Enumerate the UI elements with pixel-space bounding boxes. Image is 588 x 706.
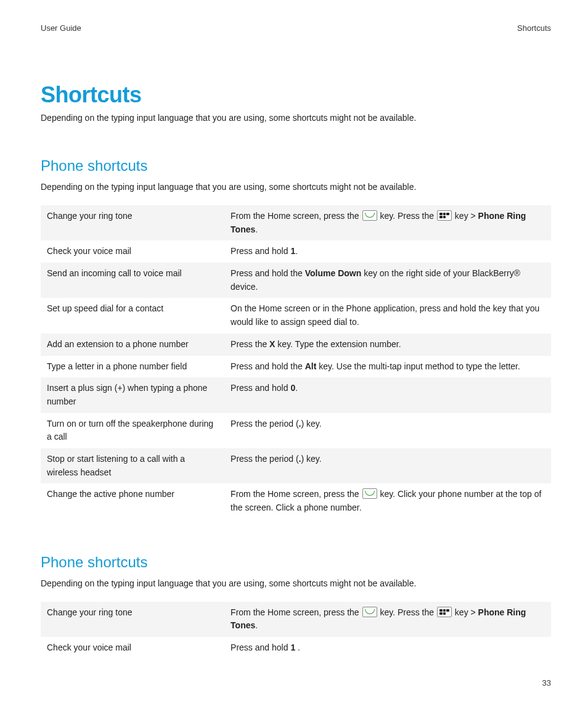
shortcut-description: From the Home screen, press the key. Pre…: [224, 602, 551, 637]
shortcut-action: Change your ring tone: [41, 602, 224, 637]
bold-text: 1: [290, 642, 295, 652]
bold-text: 0: [290, 383, 295, 393]
shortcut-description: Press the period (.) key.: [224, 448, 551, 483]
bold-text: X: [269, 339, 275, 349]
shortcut-action: Type a letter in a phone number field: [41, 356, 224, 378]
table-row: Add an extension to a phone numberPress …: [41, 334, 551, 356]
shortcut-description: Press and hold 0.: [224, 377, 551, 413]
section-intro: Depending on the typing input language t…: [41, 182, 551, 192]
section-intro: Depending on the typing input language t…: [41, 578, 551, 588]
table-row: Check your voice mailPress and hold 1.: [41, 240, 551, 263]
bold-text: Phone Ring Tones: [231, 211, 526, 234]
shortcut-action: Check your voice mail: [41, 240, 224, 263]
page-number: 33: [542, 678, 551, 688]
table-row: Type a letter in a phone number fieldPre…: [41, 356, 551, 378]
shortcut-action: Insert a plus sign (+) when typing a pho…: [41, 377, 224, 413]
bold-text: .: [299, 454, 301, 464]
menu-key-icon: [437, 607, 452, 617]
call-key-icon: [362, 210, 377, 221]
shortcut-action: Stop or start listening to a call with a…: [41, 448, 224, 483]
shortcut-action: Turn on or turn off the speakerphone dur…: [41, 413, 224, 448]
document-page: User Guide Shortcuts Shortcuts Depending…: [0, 0, 588, 706]
shortcut-action: Change your ring tone: [41, 205, 224, 240]
shortcut-action: Check your voice mail: [41, 637, 224, 659]
table-row: Send an incoming call to voice mailPress…: [41, 263, 551, 298]
shortcut-description: Press and hold 1.: [224, 240, 551, 263]
section-heading: Phone shortcuts: [41, 157, 551, 174]
shortcut-description: Press the X key. Type the extension numb…: [224, 334, 551, 356]
bold-text: Alt: [305, 361, 317, 371]
table-row: Change the active phone numberFrom the H…: [41, 483, 551, 519]
shortcut-description: On the Home screen or in the Phone appli…: [224, 298, 551, 333]
header-right: Shortcuts: [517, 23, 551, 33]
table-row: Change your ring toneFrom the Home scree…: [41, 602, 551, 637]
menu-key-icon: [437, 210, 452, 221]
bold-text: Volume Down: [305, 268, 362, 278]
shortcut-action: Change the active phone number: [41, 483, 224, 519]
shortcut-description: From the Home screen, press the key. Pre…: [224, 205, 551, 240]
table-row: Stop or start listening to a call with a…: [41, 448, 551, 483]
shortcut-description: From the Home screen, press the key. Cli…: [224, 483, 551, 519]
table-row: Insert a plus sign (+) when typing a pho…: [41, 377, 551, 413]
shortcut-description: Press and hold the Volume Down key on th…: [224, 263, 551, 298]
shortcut-action: Set up speed dial for a contact: [41, 298, 224, 333]
shortcuts-table: Change your ring toneFrom the Home scree…: [41, 602, 551, 659]
call-key-icon: [362, 607, 377, 617]
table-row: Check your voice mailPress and hold 1 .: [41, 637, 551, 659]
shortcut-description: Press and hold 1 .: [224, 637, 551, 659]
bold-text: 1: [290, 246, 295, 256]
shortcut-action: Send an incoming call to voice mail: [41, 263, 224, 298]
shortcut-action: Add an extension to a phone number: [41, 334, 224, 356]
shortcuts-table: Change your ring toneFrom the Home scree…: [41, 205, 551, 519]
table-row: Change your ring toneFrom the Home scree…: [41, 205, 551, 240]
page-intro: Depending on the typing input language t…: [41, 113, 551, 123]
table-row: Turn on or turn off the speakerphone dur…: [41, 413, 551, 448]
table-row: Set up speed dial for a contactOn the Ho…: [41, 298, 551, 333]
bold-text: Phone Ring Tones: [231, 607, 526, 631]
shortcut-description: Press the period (.) key.: [224, 413, 551, 448]
bold-text: .: [299, 419, 301, 429]
page-header: User Guide Shortcuts: [41, 23, 551, 33]
header-left: User Guide: [41, 23, 81, 33]
call-key-icon: [362, 488, 377, 499]
section-heading: Phone shortcuts: [41, 554, 551, 571]
page-title: Shortcuts: [41, 82, 551, 108]
shortcut-description: Press and hold the Alt key. Use the mult…: [224, 356, 551, 378]
